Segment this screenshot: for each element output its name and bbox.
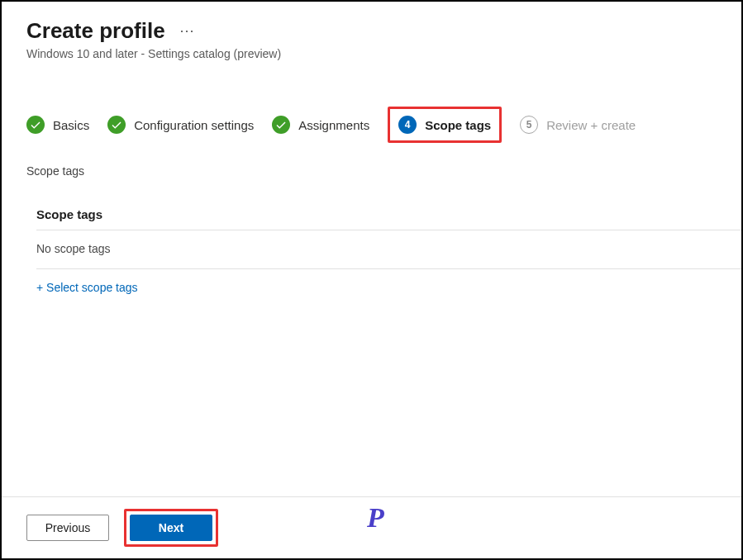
step-number-icon: 4 bbox=[398, 116, 417, 134]
check-icon bbox=[26, 116, 45, 134]
next-button[interactable]: Next bbox=[130, 515, 212, 541]
block-heading: Scope tags bbox=[36, 207, 741, 230]
wizard-steps: Basics Configuration settings Assignment… bbox=[26, 107, 741, 143]
step-number-icon: 5 bbox=[520, 116, 538, 134]
step-review-create[interactable]: 5 Review + create bbox=[520, 116, 636, 134]
empty-state-text: No scope tags bbox=[36, 230, 741, 268]
step-label: Configuration settings bbox=[134, 118, 254, 132]
check-icon bbox=[107, 116, 126, 134]
highlight-box: Next bbox=[124, 509, 218, 547]
step-scope-tags[interactable]: 4 Scope tags bbox=[388, 107, 502, 143]
previous-button[interactable]: Previous bbox=[26, 515, 109, 541]
step-configuration-settings[interactable]: Configuration settings bbox=[107, 116, 254, 134]
step-assignments[interactable]: Assignments bbox=[272, 116, 369, 134]
section-label: Scope tags bbox=[26, 164, 741, 178]
more-actions-icon[interactable]: ··· bbox=[180, 22, 195, 40]
select-scope-tags-link[interactable]: + Select scope tags bbox=[36, 281, 138, 294]
page-title: Create profile bbox=[26, 18, 165, 44]
step-basics[interactable]: Basics bbox=[26, 116, 89, 134]
watermark-logo: P bbox=[367, 502, 384, 534]
check-icon bbox=[272, 116, 290, 134]
step-label: Review + create bbox=[546, 118, 636, 132]
wizard-footer: Previous Next P bbox=[26, 497, 741, 558]
scope-tags-block: Scope tags No scope tags + Select scope … bbox=[26, 207, 741, 295]
divider bbox=[36, 268, 741, 269]
page-header: Create profile ··· Windows 10 and later … bbox=[26, 18, 741, 60]
page-subtitle: Windows 10 and later - Settings catalog … bbox=[26, 47, 741, 60]
step-label: Basics bbox=[53, 118, 89, 132]
step-label: Assignments bbox=[298, 118, 369, 132]
step-label: Scope tags bbox=[425, 118, 491, 132]
